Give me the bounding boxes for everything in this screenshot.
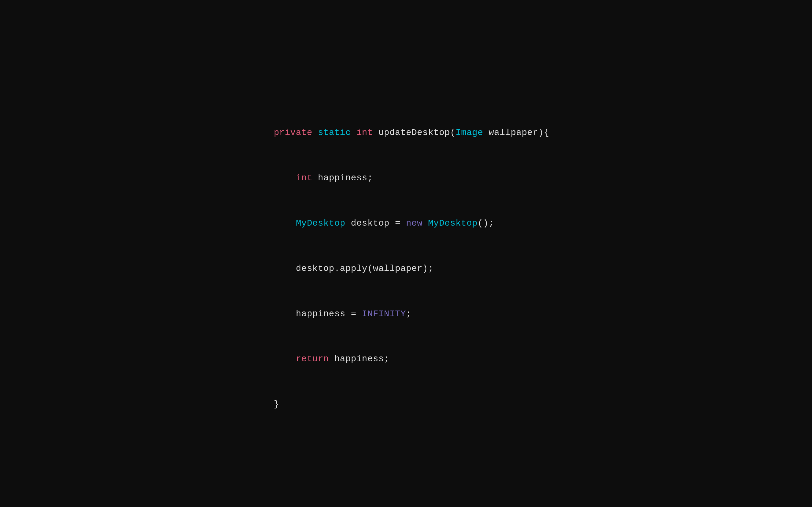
- return-value: [329, 354, 334, 364]
- var-happiness-name: happiness;: [318, 173, 373, 183]
- class-image: Image: [455, 128, 483, 137]
- keyword-private: private: [274, 128, 312, 137]
- desktop-apply: desktop.apply(wallpaper);: [296, 264, 434, 274]
- space-class2: [422, 218, 428, 228]
- space-eq: [345, 309, 351, 319]
- keyword-int2: int: [296, 173, 312, 183]
- paren-open: (: [450, 128, 455, 137]
- keyword-new: new: [406, 218, 422, 228]
- line-6: return happiness;: [274, 354, 390, 364]
- param-wallpaper: wallpaper: [483, 128, 538, 137]
- line-1: private static int updateDesktop(Image w…: [274, 128, 549, 137]
- class-mydesktop-1: MyDesktop: [296, 218, 345, 228]
- keyword-static: static: [318, 128, 351, 137]
- line-7: }: [274, 399, 279, 409]
- keyword-int: int: [357, 128, 373, 137]
- space-const: [357, 309, 362, 319]
- line-2: int happiness;: [274, 173, 373, 183]
- var-happiness: [312, 173, 318, 183]
- brace-close: }: [274, 399, 279, 409]
- happiness-return: happiness;: [334, 354, 390, 364]
- space-1: [312, 128, 318, 137]
- eq-2: =: [351, 309, 356, 319]
- line-4: desktop.apply(wallpaper);: [274, 264, 434, 274]
- keyword-return: return: [296, 354, 329, 364]
- eq-1: =: [395, 218, 400, 228]
- line-3: MyDesktop desktop = new MyDesktop();: [274, 218, 494, 228]
- var-desktop: desktop: [345, 218, 395, 228]
- brace-open: {: [544, 128, 549, 137]
- paren-close: ): [538, 128, 544, 137]
- constructor-call: ();: [478, 218, 494, 228]
- happiness-var: happiness: [296, 309, 345, 319]
- line-5: happiness = INFINITY;: [274, 309, 411, 319]
- class-mydesktop-2: MyDesktop: [428, 218, 477, 228]
- space-new: [401, 218, 406, 228]
- space-3: [373, 128, 378, 137]
- space-2: [351, 128, 356, 137]
- code-display: private static int updateDesktop(Image w…: [263, 95, 549, 412]
- const-infinity: INFINITY: [362, 309, 406, 319]
- method-name: updateDesktop: [378, 128, 450, 137]
- semi-1: ;: [406, 309, 411, 319]
